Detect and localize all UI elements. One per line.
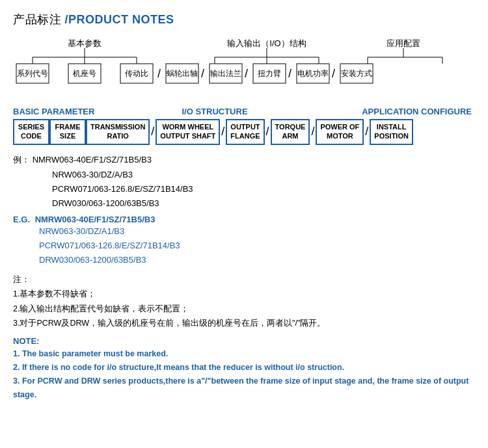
slash-4: / [310,119,316,145]
slash-5: / [364,119,370,145]
svg-text:扭力臂: 扭力臂 [258,69,281,78]
examples-section: 例： NMRW063-40E/F1/SZ/71B5/B3 NRW063-30/D… [13,154,475,268]
note-en-line-2: 2. If there is no code for i/o structure… [13,361,475,375]
svg-text:输出法兰: 输出法兰 [210,69,241,78]
en-section-labels: BASIC PARAMETER I/O STRUCTURE APPLICATIO… [13,107,475,116]
svg-text:应用配置: 应用配置 [386,38,420,48]
note-en-line-1: 1. The basic parameter must be marked. [13,347,475,361]
en-box-install-position: INSTALLPOSITION [370,119,413,145]
en-box-series-code: SERIESCODE [13,119,49,145]
en-box-frame-size: FRAMESIZE [49,119,86,145]
en-boxes-row: SERIESCODE FRAMESIZE TRANSMISSIONRATIO /… [13,119,475,145]
en-box-output-flange: OUTPUTFLANGE [226,119,264,145]
svg-text:蜗轮出轴: 蜗轮出轴 [167,69,198,78]
en-diagram: BASIC PARAMETER I/O STRUCTURE APPLICATIO… [13,107,475,145]
svg-text:/: / [288,67,291,80]
example-line-1: NRW063-30/DZ/A/B3 [13,168,475,182]
svg-text:输入输出（I/O）结构: 输入输出（I/O）结构 [227,38,306,48]
en-label-app: APPLICATION CONFIGURE [362,107,472,116]
svg-text:/: / [157,67,161,80]
title-cn: 产品标注 [13,13,61,26]
example-label-cn: 例： NMRW063-40E/F1/SZ/71B5/B3 [13,154,475,166]
slash-2: / [220,119,226,145]
en-box-power-motor: POWER OFMOTOR [316,119,364,145]
en-box-torque-arm: TORQUEARM [271,119,310,145]
svg-text:/: / [332,67,335,80]
svg-text:基本参数: 基本参数 [68,38,102,48]
svg-text:机座号: 机座号 [73,69,96,78]
en-label-basic: BASIC PARAMETER [13,107,94,116]
note-cn-line-3: 3.对于PCRW及DRW，输入级的机座号在前，输出级的机座号在后，两者以"/"隔… [13,316,475,331]
note-cn-line-1: 1.基本参数不得缺省； [13,287,475,302]
example-line-2: PCRW071/063-126.8/E/SZ/71B14/B3 [13,182,475,196]
en-box-worm-wheel: WORM WHEELOUTPUT SHAFT [156,119,220,145]
note-cn-line-2: 2.输入输出结构配置代号如缺省，表示不配置； [13,302,475,317]
cn-tree-svg: 基本参数 输入输出（I/O）结构 应用配置 系列代号 机座号 传动比 / 蜗轮出… [13,36,475,95]
example-label-en: E.G. NMRW063-40E/F1/SZ/71B5/B3 [13,215,155,224]
svg-text:/: / [201,67,204,80]
slash-3: / [265,119,271,145]
svg-text:传动比: 传动比 [125,69,148,78]
page-title: 产品标注 /PRODUCT NOTES [13,12,475,27]
example-en-line-1: NRW063-30/DZ/A1/B3 [13,224,475,239]
example-en-line-3: DRW030/063-1200/63B5/B3 [13,253,475,267]
svg-text:安装方式: 安装方式 [341,69,372,78]
note-en-line-3: 3. For PCRW and DRW series products,ther… [13,375,475,402]
example-line-3: DRW030/063-1200/63B5/B3 [13,196,475,211]
svg-text:/: / [245,67,248,80]
notes-en-section: NOTE: 1. The basic parameter must be mar… [13,336,475,402]
svg-text:系列代号: 系列代号 [17,69,48,78]
en-box-transmission-ratio: TRANSMISSIONRATIO [86,119,150,145]
note-cn-title: 注： [13,274,475,285]
notes-cn-section: 注： 1.基本参数不得缺省； 2.输入输出结构配置代号如缺省，表示不配置； 3.… [13,274,475,331]
title-en: /PRODUCT NOTES [65,13,174,26]
en-label-io: I/O STRUCTURE [182,107,247,116]
cn-diagram: 基本参数 输入输出（I/O）结构 应用配置 系列代号 机座号 传动比 / 蜗轮出… [13,36,475,95]
example-en-line-2: PCRW071/063-126.8/E/SZ/71B14/B3 [13,239,475,253]
svg-text:电机功率: 电机功率 [297,69,329,78]
note-en-title: NOTE: [13,336,475,346]
slash-1: / [150,119,156,145]
